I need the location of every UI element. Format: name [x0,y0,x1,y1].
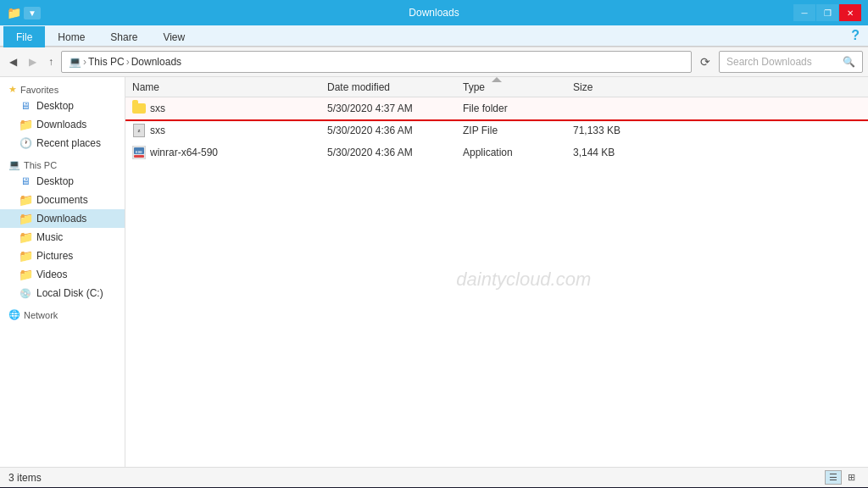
sidebar-item-desktop[interactable]: 🖥 Desktop [0,172,125,191]
back-button[interactable]: ◀ [5,53,21,70]
sidebar-label-videos: Videos [36,269,67,280]
file-date-sxs-folder: 5/30/2020 4:37 AM [320,99,456,118]
restore-button[interactable]: ❐ [816,4,838,21]
sidebar-label-downloads-fav: Downloads [36,119,86,130]
tab-view[interactable]: View [150,26,198,47]
file-type-sxs-folder: File folder [456,99,566,118]
folder-icon-pics: 📁 [19,249,32,263]
this-pc-label: This PC [24,160,57,170]
sidebar-item-downloads-fav[interactable]: 📁 Downloads [0,115,125,134]
file-row-sxs-folder[interactable]: sxs 5/30/2020 4:37 AM File folder [125,97,868,119]
file-date-winrar: 5/30/2020 4:36 AM [320,143,456,162]
minimize-button[interactable]: ─ [793,4,815,21]
desktop-icon-2: 🖥 [19,175,32,188]
item-count: 3 items [8,472,42,484]
sidebar-item-pictures[interactable]: 📁 Pictures [0,247,125,265]
window-title: Downloads [409,7,459,19]
file-type-sxs-zip: ZIP File [456,121,566,140]
folder-icon-vid: 📁 [19,268,32,281]
col-type-label: Type [463,81,485,93]
search-icon: 🔍 [843,56,855,68]
file-area: Name Date modified Type Size daintycloud… [125,77,868,467]
col-header-size[interactable]: Size [566,77,651,97]
sidebar-item-videos[interactable]: 📁 Videos [0,265,125,284]
address-path[interactable]: 💻 › This PC › Downloads [61,51,692,73]
column-headers: Name Date modified Type Size [125,77,868,97]
ribbon: File Home Share View ? [0,25,868,47]
sidebar-label-downloads: Downloads [36,213,86,225]
folder-icon-dl: 📁 [19,212,32,225]
details-view-button[interactable]: ☰ [825,470,842,485]
sidebar: ★ Favorites 🖥 Desktop 📁 Downloads 🕐 Rece… [0,77,125,467]
sidebar-network-label[interactable]: 🌐 Network [0,306,125,322]
col-header-date[interactable]: Date modified [320,77,456,97]
file-row-winrar[interactable]: EXE winrar-x64-590 5/30/2020 4:36 AM App… [125,141,868,164]
file-size-sxs-folder [566,99,651,118]
close-button[interactable]: ✕ [839,4,861,21]
file-list: daintycloud.com sxs 5/30/2020 4:37 AM Fi… [125,97,868,467]
sidebar-item-local-disk[interactable]: 💿 Local Disk (C:) [0,284,125,302]
up-button[interactable]: ↑ [44,53,58,70]
col-size-label: Size [573,81,593,93]
file-size-winrar: 3,144 KB [566,143,651,162]
zip-file-icon: z [132,124,146,137]
path-this-pc: This PC [88,56,125,68]
sidebar-label-music: Music [36,231,63,243]
file-row-sxs-zip[interactable]: z sxs 5/30/2020 4:36 AM ZIP File 71,133 … [125,119,868,141]
quick-access-button[interactable]: ▼ [24,7,41,19]
search-placeholder: Search Downloads [726,56,812,68]
tab-home[interactable]: Home [45,26,97,47]
file-name-sxs-folder: sxs [125,99,320,118]
sidebar-label-documents: Documents [36,194,88,206]
path-icon: 💻 [69,56,81,68]
refresh-button[interactable]: ⟳ [695,53,715,71]
search-box[interactable]: Search Downloads 🔍 [719,51,863,73]
favorites-label: Favorites [20,85,58,95]
sidebar-item-downloads[interactable]: 📁 Downloads [0,209,125,228]
address-bar: ◀ ▶ ↑ 💻 › This PC › Downloads ⟳ Search D… [0,47,868,77]
folder-open-icon [132,102,146,115]
network-label: Network [24,310,58,320]
main-layout: ★ Favorites 🖥 Desktop 📁 Downloads 🕐 Rece… [0,77,868,467]
col-header-name[interactable]: Name [125,77,320,97]
sidebar-label-desktop: Desktop [36,175,74,187]
file-size-sxs-zip: 71,133 KB [566,121,651,140]
large-icon-view-button[interactable]: ⊞ [843,470,860,485]
exe-file-icon: EXE [132,146,146,159]
sidebar-label-recent-fav: Recent places [36,137,101,149]
disk-icon: 💿 [19,286,32,300]
sidebar-label-pictures: Pictures [36,250,73,262]
view-controls: ☰ ⊞ [825,470,860,485]
tab-share[interactable]: Share [97,26,150,47]
clock-icon: 🕐 [19,136,32,150]
folder-icon-docs: 📁 [19,193,32,207]
col-date-label: Date modified [327,81,390,93]
file-type-winrar: Application [456,143,566,162]
network-icon: 🌐 [8,309,20,320]
sidebar-item-documents[interactable]: 📁 Documents [0,191,125,209]
desktop-icon: 🖥 [19,99,32,113]
sidebar-favorites-label[interactable]: ★ Favorites [0,80,125,97]
watermark: daintycloud.com [456,269,591,291]
file-date-sxs-zip: 5/30/2020 4:36 AM [320,121,456,140]
file-name-sxs-zip: z sxs [125,121,320,140]
status-bar: 3 items ☰ ⊞ [0,467,868,487]
sidebar-item-music[interactable]: 📁 Music [0,228,125,247]
folder-icon: 📁 [7,6,20,19]
sidebar-item-recent-fav[interactable]: 🕐 Recent places [0,134,125,152]
title-bar-left: 📁 ▼ [7,6,41,19]
sidebar-this-pc-label[interactable]: 💻 This PC [0,156,125,172]
star-icon: ★ [8,84,17,95]
forward-button[interactable]: ▶ [25,53,41,70]
sort-arrow [492,77,502,82]
sidebar-item-desktop-fav[interactable]: 🖥 Desktop [0,97,125,115]
file-name-winrar: EXE winrar-x64-590 [125,143,320,162]
svg-rect-2 [134,155,144,158]
sidebar-label-local-disk: Local Disk (C:) [36,287,103,299]
file-name-label-winrar: winrar-x64-590 [150,147,218,158]
help-button[interactable]: ? [846,26,865,45]
col-header-type[interactable]: Type [456,77,566,97]
title-bar: 📁 ▼ Downloads ─ ❐ ✕ [0,0,868,25]
file-name-label-zip: sxs [150,125,165,136]
tab-file[interactable]: File [3,26,45,47]
